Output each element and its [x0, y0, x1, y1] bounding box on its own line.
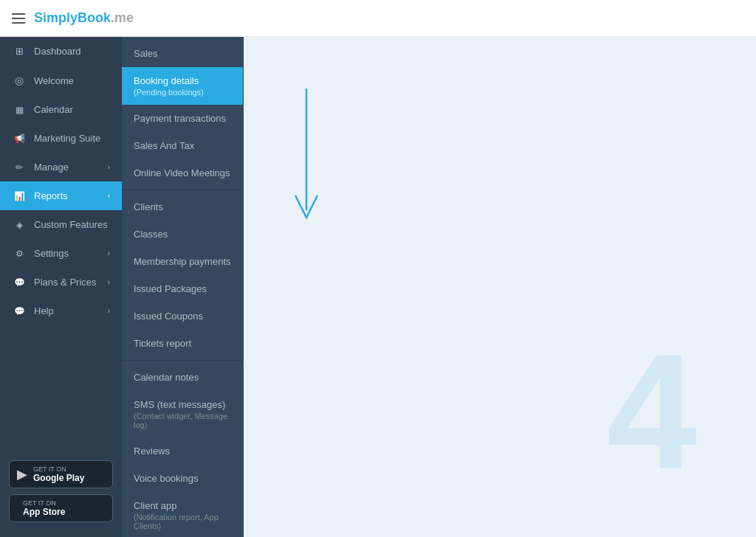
google-play-icon: ▶ [17, 466, 27, 482]
settings-chevron-icon: › [108, 249, 110, 257]
sidebar-label-reports: Reports [34, 190, 108, 201]
sidebar-label-dashboard: Dashboard [34, 46, 110, 57]
manage-icon: ✏ [12, 162, 27, 173]
sidebar-item-custom[interactable]: ◈ Custom Features [0, 210, 122, 239]
sidebar-label-marketing: Marketing Suite [34, 133, 110, 144]
sidebar-label-welcome: Welcome [34, 75, 110, 86]
marketing-icon: 📢 [12, 134, 27, 144]
logo: SimplyBook.me [34, 10, 134, 26]
arrow-indicator [284, 89, 329, 236]
sidebar-item-dashboard[interactable]: ⊞ Dashboard [0, 37, 122, 66]
sidebar-item-settings[interactable]: ⚙ Settings › [0, 239, 122, 268]
help-icon: 💬 [12, 306, 27, 316]
sidebar-label-calendar: Calendar [34, 104, 110, 115]
logo-me: .me [111, 10, 134, 26]
welcome-icon: ◎ [12, 75, 27, 86]
report-item-sales-and-tax[interactable]: Sales And Tax [122, 132, 243, 159]
sidebar-item-reports[interactable]: 📊 Reports ‹ [0, 181, 122, 210]
reports-section-other: Calendar notes SMS (text messages) (Cont… [122, 361, 243, 537]
report-item-online-video[interactable]: Online Video Meetings [122, 159, 243, 187]
top-header: SimplyBook.me [0, 0, 756, 37]
sidebar-label-plans: Plans & Prices [34, 277, 108, 288]
report-item-issued-coupons[interactable]: Issued Coupons [122, 302, 243, 330]
sidebar-label-custom: Custom Features [34, 219, 110, 230]
reports-submenu: Sales Booking details (Pending bookings)… [122, 37, 244, 537]
sidebar-item-calendar[interactable]: ▦ Calendar [0, 95, 122, 124]
reports-section-sales: Sales Booking details (Pending bookings)… [122, 37, 243, 190]
custom-icon: ◈ [12, 220, 27, 230]
manage-chevron-icon: › [108, 163, 110, 171]
settings-icon: ⚙ [12, 249, 27, 259]
app-store-main-text: App Store [23, 507, 65, 517]
report-item-classes[interactable]: Classes [122, 221, 243, 248]
report-item-issued-packages[interactable]: Issued Packages [122, 275, 243, 302]
sidebar-item-help[interactable]: 💬 Help › [0, 297, 122, 325]
report-item-booking-details[interactable]: Booking details (Pending bookings) [122, 67, 243, 105]
sidebar-label-help: Help [34, 305, 108, 316]
booking-details-sub: (Pending bookings) [134, 88, 231, 97]
google-play-small-text: GET IT ON [33, 465, 84, 473]
sms-sub: (Contact widget, Message log) [134, 412, 231, 429]
reports-section-clients: Clients Classes Membership payments Issu… [122, 190, 243, 361]
dashboard-icon: ⊞ [12, 46, 27, 57]
report-item-client-app[interactable]: Client app (Notification report, App Cli… [122, 492, 243, 537]
report-item-payment-transactions[interactable]: Payment transactions [122, 105, 243, 132]
hamburger-menu[interactable] [12, 13, 25, 24]
report-item-clients[interactable]: Clients [122, 193, 243, 221]
sidebar-item-welcome[interactable]: ◎ Welcome [0, 66, 122, 95]
reports-chevron-icon: ‹ [108, 192, 110, 200]
report-item-tickets[interactable]: Tickets report [122, 330, 243, 357]
report-item-membership-payments[interactable]: Membership payments [122, 248, 243, 275]
client-app-sub: (Notification report, App Clients) [134, 513, 231, 530]
report-item-calendar-notes[interactable]: Calendar notes [122, 364, 243, 391]
watermark-number: 4 [607, 330, 697, 493]
help-chevron-icon: › [108, 307, 110, 315]
main-layout: ⊞ Dashboard ◎ Welcome ▦ Calendar 📢 Marke… [0, 37, 756, 537]
report-item-sales[interactable]: Sales [122, 40, 243, 67]
report-item-sms[interactable]: SMS (text messages) (Contact widget, Mes… [122, 391, 243, 437]
calendar-icon: ▦ [12, 105, 27, 115]
logo-book: Book [78, 10, 111, 26]
report-item-reviews[interactable]: Reviews [122, 437, 243, 465]
sidebar-bottom: ▶ GET IT ON Google Play GET IT ON App St… [0, 451, 122, 537]
google-play-badge[interactable]: ▶ GET IT ON Google Play [9, 460, 113, 488]
app-store-badge[interactable]: GET IT ON App Store [9, 494, 113, 522]
logo-simply: Simply [34, 10, 78, 26]
plans-chevron-icon: › [108, 278, 110, 286]
main-content: 4 [244, 37, 756, 537]
sidebar-label-settings: Settings [34, 248, 108, 259]
app-store-small-text: GET IT ON [23, 499, 65, 507]
sidebar-item-manage[interactable]: ✏ Manage › [0, 153, 122, 181]
plans-icon: 💬 [12, 277, 27, 288]
left-sidebar: ⊞ Dashboard ◎ Welcome ▦ Calendar 📢 Marke… [0, 37, 122, 537]
sidebar-label-manage: Manage [34, 162, 108, 173]
google-play-main-text: Google Play [33, 473, 84, 483]
reports-icon: 📊 [12, 191, 27, 201]
report-item-voice-bookings[interactable]: Voice bookings [122, 465, 243, 492]
sidebar-item-plans[interactable]: 💬 Plans & Prices › [0, 268, 122, 297]
sidebar-item-marketing[interactable]: 📢 Marketing Suite [0, 124, 122, 153]
